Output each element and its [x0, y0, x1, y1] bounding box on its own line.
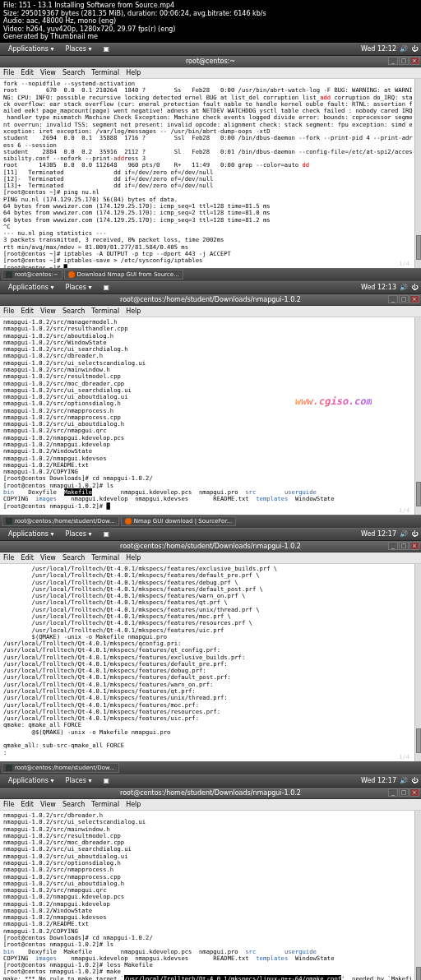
maximize-button[interactable]: □	[399, 788, 409, 797]
menu-terminal[interactable]: Terminal	[91, 307, 119, 315]
places-menu-3[interactable]: Places ▾	[60, 529, 96, 539]
power-icon[interactable]: ⏻	[411, 45, 418, 53]
vh-size-lbl: Size:	[3, 10, 19, 17]
menu-terminal[interactable]: Terminal	[91, 69, 119, 76]
apps-menu[interactable]: Applications ▾	[3, 44, 58, 54]
task-firefox-1[interactable]: Download Nmap GUI from Source...	[64, 270, 183, 280]
ls-windowstate: WindowState	[295, 495, 335, 502]
close-button[interactable]: ×	[409, 788, 419, 797]
menu-search[interactable]: Search	[62, 554, 85, 562]
menu-edit[interactable]: Edit	[21, 69, 34, 76]
menu-view[interactable]: View	[40, 801, 56, 808]
clock-3[interactable]: Wed 12:17	[361, 530, 396, 538]
menu-edit[interactable]: Edit	[21, 801, 34, 808]
top-panel-4: Applications ▾ Places ▾ ▣ Wed 12:17 🔊 ⏻	[0, 774, 421, 788]
power-icon[interactable]: ⏻	[411, 530, 418, 538]
scrollbar-1[interactable]	[414, 79, 421, 268]
menu-search[interactable]: Search	[62, 69, 85, 76]
menu-terminal[interactable]: Terminal	[91, 554, 119, 562]
firefox-icon	[125, 518, 132, 525]
menubar-3: File Edit View Search Terminal Help	[0, 552, 421, 564]
terminal-3[interactable]: /usr/local/Trolltech/Qt-4.0.1/mkspecs/fe…	[0, 564, 421, 761]
firefox-icon	[68, 271, 75, 278]
clock-1[interactable]: Wed 12:12	[361, 45, 396, 53]
menu-view[interactable]: View	[40, 307, 56, 315]
menu-help[interactable]: Help	[126, 801, 141, 808]
vh-audio: aac, 48000 Hz, mono (eng)	[26, 17, 116, 25]
power-icon[interactable]: ⏻	[411, 284, 418, 291]
close-button[interactable]: ×	[409, 57, 419, 65]
video-metadata: File: 151 - 13.1 Installing Software fro…	[0, 0, 421, 43]
terminal-launcher[interactable]: ▣	[98, 44, 116, 54]
taskbar-3: root@centos:/home/student/Dow...	[0, 761, 421, 774]
ls-templates: templates	[256, 955, 288, 962]
apps-menu-3[interactable]: Applications ▾	[3, 529, 58, 539]
menu-file[interactable]: File	[3, 554, 14, 562]
terminal-1[interactable]: fork --nopidfile --systemd-activation ro…	[0, 79, 421, 268]
scrollbar-2[interactable]	[414, 317, 421, 515]
task-terminal-3[interactable]: root@centos:/home/student/Dow...	[2, 763, 119, 773]
top-panel-3: Applications ▾ Places ▾ ▣ Wed 12:17 🔊 ⏻	[0, 528, 421, 541]
terminal-launcher-2[interactable]: ▣	[98, 283, 114, 292]
titlebar-2[interactable]: root@centos:/home/student/Downloads/nmap…	[0, 294, 421, 306]
menu-search[interactable]: Search	[62, 801, 85, 808]
menu-help[interactable]: Help	[126, 307, 141, 315]
task-terminal-2[interactable]: root@centos:/home/student/Dow...	[2, 516, 119, 526]
title-text-3: root@centos:/home/student/Downloads/nmap…	[120, 543, 301, 550]
menu-search[interactable]: Search	[62, 307, 85, 315]
menu-view[interactable]: View	[40, 554, 56, 562]
maximize-button[interactable]: □	[399, 295, 409, 303]
t4-output-top: nmapgui-1.0.2/src/dbreader.h nmapgui-1.0…	[3, 811, 153, 948]
titlebar-1[interactable]: root@centos:~ _ □ ×	[0, 56, 421, 67]
menu-help[interactable]: Help	[126, 554, 141, 562]
task-terminal-1[interactable]: root@centos:~	[2, 270, 62, 280]
menu-help[interactable]: Help	[126, 69, 141, 76]
volume-icon[interactable]: 🔊	[400, 777, 408, 784]
menu-file[interactable]: File	[3, 801, 14, 808]
minimize-button[interactable]: _	[388, 57, 398, 65]
volume-icon[interactable]: 🔊	[400, 530, 408, 538]
menubar-4: File Edit View Search Terminal Help	[0, 799, 421, 811]
scrollbar-4[interactable]	[414, 811, 421, 980]
t3-output: /usr/local/Trolltech/Qt-4.0.1/mkspecs/fe…	[3, 565, 277, 756]
places-menu[interactable]: Places ▾	[60, 44, 96, 54]
minimize-button[interactable]: _	[388, 295, 398, 303]
terminal-launcher-4[interactable]: ▣	[98, 776, 114, 785]
maximize-button[interactable]: □	[399, 542, 409, 550]
top-panel-1: Applications ▾ Places ▾ ▣ Wed 12:12 🔊 ⏻	[0, 43, 421, 56]
volume-icon[interactable]: 🔊	[400, 45, 408, 53]
ls-readme: README.txt	[213, 495, 248, 502]
terminal-4[interactable]: nmapgui-1.0.2/src/dbreader.h nmapgui-1.0…	[0, 811, 421, 980]
task-firefox-2[interactable]: Nmap GUI download | SourceFor...	[121, 516, 237, 526]
menu-view[interactable]: View	[40, 69, 56, 76]
places-menu-2[interactable]: Places ▾	[60, 283, 96, 292]
maximize-button[interactable]: □	[399, 57, 409, 65]
menu-file[interactable]: File	[3, 307, 14, 315]
menu-edit[interactable]: Edit	[21, 307, 34, 315]
close-button[interactable]: ×	[409, 295, 419, 303]
terminal-icon: ▣	[103, 45, 111, 53]
apps-menu-2[interactable]: Applications ▾	[3, 283, 58, 292]
clock-4[interactable]: Wed 12:17	[361, 777, 396, 784]
menu-edit[interactable]: Edit	[21, 554, 34, 562]
power-icon[interactable]: ⏻	[411, 777, 418, 784]
minimize-button[interactable]: _	[388, 788, 398, 797]
titlebar-4[interactable]: root@centos:/home/student/Downloads/nmap…	[0, 788, 421, 799]
vh-size: 295019367 bytes (281.35 MiB), duration: …	[21, 10, 266, 17]
minimize-button[interactable]: _	[388, 542, 398, 550]
menu-terminal[interactable]: Terminal	[91, 801, 119, 808]
taskbar-2: root@centos:/home/student/Dow... Nmap GU…	[0, 515, 421, 528]
volume-icon[interactable]: 🔊	[400, 284, 408, 291]
close-button[interactable]: ×	[409, 542, 419, 550]
titlebar-3[interactable]: root@centos:/home/student/Downloads/nmap…	[0, 541, 421, 552]
terminal-launcher-3[interactable]: ▣	[98, 529, 114, 539]
scrollbar-3[interactable]	[414, 564, 421, 761]
clock-2[interactable]: Wed 12:13	[361, 284, 396, 291]
apps-menu-4[interactable]: Applications ▾	[3, 776, 58, 785]
terminal-2[interactable]: nmapgui-1.0.2/src/managermodel.h nmapgui…	[0, 317, 421, 515]
vh-audio-lbl: Audio:	[3, 17, 24, 25]
t4-highlight-path: /usr/local/Trolltech/Qt-4.0.1/mkspecs/li…	[124, 975, 341, 980]
watermark: www.cgiso.com	[294, 396, 372, 408]
menu-file[interactable]: File	[3, 69, 14, 76]
places-menu-4[interactable]: Places ▾	[60, 776, 96, 785]
